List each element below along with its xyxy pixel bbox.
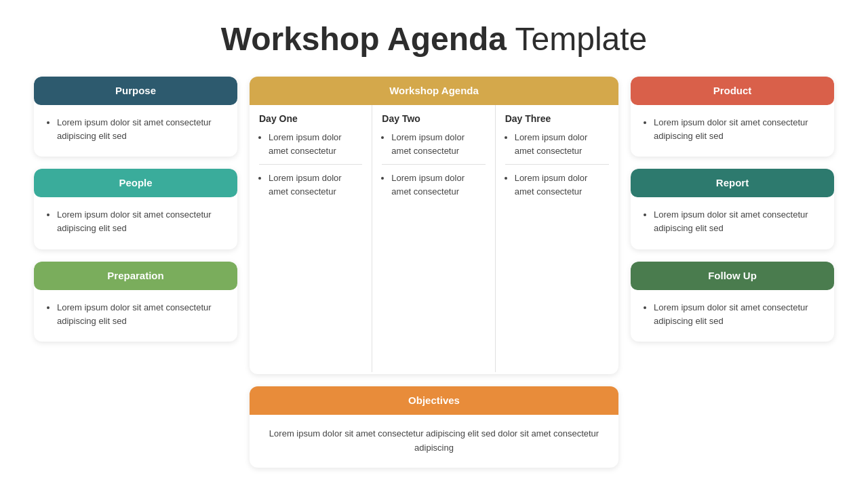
day-one-divider (259, 164, 362, 165)
day-three-col: Day Three Lorem ipsum dolor amet consect… (496, 105, 618, 372)
content-area: Purpose Lorem ipsum dolor sit amet conse… (34, 77, 834, 468)
agenda-header: Workshop Agenda (250, 77, 618, 105)
followup-label: Follow Up (708, 270, 757, 281)
day-two-item2: Lorem ipsum dolor amet consectetur (391, 171, 485, 198)
objectives-header: Objectives (250, 386, 618, 415)
objectives-card: Objectives Lorem ipsum dolor sit amet co… (250, 386, 618, 468)
people-header: People (34, 169, 237, 197)
day-one-item1: Lorem ipsum dolor amet consectetur (269, 131, 362, 157)
day-three-divider (505, 164, 609, 165)
right-column: Product Lorem ipsum dolor sit amet conse… (631, 77, 834, 468)
agenda-card: Workshop Agenda Day One Lorem ipsum dolo… (250, 77, 618, 374)
purpose-header: Purpose (34, 77, 237, 105)
report-card: Report Lorem ipsum dolor sit amet consec… (631, 169, 834, 249)
preparation-item: Lorem ipsum dolor sit amet consectetur a… (57, 301, 225, 328)
preparation-header: Preparation (34, 262, 237, 290)
slide: Workshop Agenda Template Purpose Lorem i… (0, 0, 868, 488)
title-normal: Template (507, 21, 647, 57)
title-bold: Workshop Agenda (221, 21, 507, 57)
day-three-item2: Lorem ipsum dolor amet consectetur (515, 171, 609, 198)
day-three-label: Day Three (505, 113, 609, 124)
preparation-label: Preparation (107, 270, 163, 281)
day-one-item2: Lorem ipsum dolor amet consectetur (269, 171, 362, 198)
purpose-body: Lorem ipsum dolor sit amet consectetur a… (34, 105, 237, 157)
day-two-label: Day Two (382, 113, 485, 124)
day-three-item1: Lorem ipsum dolor amet consectetur (515, 131, 609, 157)
day-two-divider (382, 164, 485, 165)
left-column: Purpose Lorem ipsum dolor sit amet conse… (34, 77, 237, 468)
product-label: Product (713, 85, 752, 96)
day-one-label: Day One (259, 113, 362, 124)
followup-item: Lorem ipsum dolor sit amet consectetur a… (654, 301, 822, 328)
title-area: Workshop Agenda Template (34, 20, 834, 58)
product-card: Product Lorem ipsum dolor sit amet conse… (631, 77, 834, 157)
purpose-card: Purpose Lorem ipsum dolor sit amet conse… (34, 77, 237, 157)
product-header: Product (631, 77, 834, 105)
report-label: Report (716, 177, 749, 188)
purpose-item: Lorem ipsum dolor sit amet consectetur a… (57, 116, 225, 143)
day-two-item1: Lorem ipsum dolor amet consectetur (391, 131, 485, 157)
followup-card: Follow Up Lorem ipsum dolor sit amet con… (631, 262, 834, 342)
objectives-label: Objectives (408, 394, 460, 406)
people-item: Lorem ipsum dolor sit amet consectetur a… (57, 208, 225, 235)
report-item: Lorem ipsum dolor sit amet consectetur a… (654, 208, 822, 235)
people-card: People Lorem ipsum dolor sit amet consec… (34, 169, 237, 249)
people-body: Lorem ipsum dolor sit amet consectetur a… (34, 197, 237, 249)
preparation-body: Lorem ipsum dolor sit amet consectetur a… (34, 290, 237, 342)
product-item: Lorem ipsum dolor sit amet consectetur a… (654, 116, 822, 143)
objectives-body: Lorem ipsum dolor sit amet consectetur a… (250, 415, 618, 468)
day-two-col: Day Two Lorem ipsum dolor amet consectet… (372, 105, 495, 372)
followup-header: Follow Up (631, 262, 834, 290)
page-title: Workshop Agenda Template (34, 20, 834, 58)
agenda-days: Day One Lorem ipsum dolor amet consectet… (250, 105, 618, 372)
middle-column: Workshop Agenda Day One Lorem ipsum dolo… (250, 77, 618, 468)
report-body: Lorem ipsum dolor sit amet consectetur a… (631, 197, 834, 249)
report-header: Report (631, 169, 834, 197)
day-one-col: Day One Lorem ipsum dolor amet consectet… (250, 105, 372, 372)
preparation-card: Preparation Lorem ipsum dolor sit amet c… (34, 262, 237, 342)
agenda-label: Workshop Agenda (389, 85, 479, 96)
product-body: Lorem ipsum dolor sit amet consectetur a… (631, 105, 834, 157)
people-label: People (119, 177, 152, 188)
purpose-label: Purpose (115, 85, 156, 96)
objectives-text: Lorem ipsum dolor sit amet consectetur a… (269, 428, 599, 453)
followup-body: Lorem ipsum dolor sit amet consectetur a… (631, 290, 834, 342)
